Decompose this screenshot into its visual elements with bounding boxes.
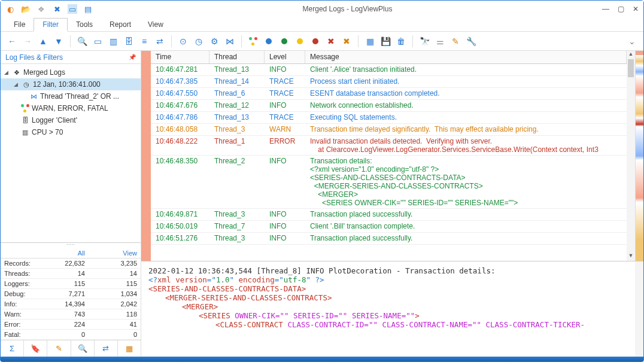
cell-message: Transaction placed successfully.	[305, 233, 627, 244]
stats-all: 14,394	[37, 299, 89, 309]
log-row[interactable]: 10:46:51.276Thread_3INFOTransaction plac…	[151, 233, 627, 245]
level-blue-icon[interactable]	[262, 35, 275, 48]
cell-time: 10:46:47.281	[151, 64, 209, 75]
clock-icon[interactable]: ◷	[192, 35, 205, 48]
log-row[interactable]: 10:46:48.350Thread_2INFOTransaction deta…	[151, 156, 627, 209]
grid-scrollbar[interactable]: ▲ ▼	[627, 51, 635, 261]
cell-thread: Thread_12	[209, 100, 265, 111]
tools-icon[interactable]: ✖	[52, 4, 62, 14]
level-red-icon[interactable]	[309, 35, 322, 48]
text-filter-icon[interactable]: ▭	[91, 35, 104, 48]
edit-icon[interactable]: ✎	[47, 340, 71, 357]
close-button[interactable]: ✕	[633, 5, 639, 13]
tree-level-filter[interactable]: WARN, ERROR, FATAL	[1, 102, 141, 114]
play-icon[interactable]: ⊙	[177, 35, 190, 48]
multi-level-icon[interactable]	[247, 35, 260, 48]
stats-all-header[interactable]: All	[37, 248, 89, 258]
grid-icon[interactable]: ▦	[363, 35, 376, 48]
log-row[interactable]: 10:46:47.676Thread_12INFONetwork connect…	[151, 100, 627, 112]
cell-message: Transaction placed successfully.	[305, 209, 627, 220]
minimap[interactable]	[635, 51, 643, 261]
cell-thread: Thread_2	[209, 156, 265, 166]
detail-xml-el: <MERGER-SERIES-AND-CLASSES-CONTRACTS>	[148, 293, 636, 302]
detail-scrollbar[interactable]	[635, 261, 643, 357]
forward-icon[interactable]: →	[21, 35, 34, 48]
tab-filter[interactable]: Filter	[34, 18, 68, 32]
remove-level-icon[interactable]: ✖	[324, 35, 338, 48]
cell-message: Client '.Alice' transaction initiated.	[305, 64, 627, 75]
detail-xml-el: <CLASS-CONTRACT	[215, 320, 283, 329]
gear-icon[interactable]: ⚙	[208, 35, 221, 48]
stats-view-header[interactable]: View	[89, 248, 141, 258]
log-row[interactable]: 10:46:48.058Thread_3WARNTransaction time…	[151, 124, 627, 136]
overflow-icon[interactable]: ⌄	[625, 35, 639, 48]
zoom-icon[interactable]: 🔍	[71, 340, 95, 357]
tab-tools[interactable]: Tools	[68, 19, 101, 31]
tab-view[interactable]: View	[139, 19, 172, 31]
log-row[interactable]: 10:46:47.281Thread_13INFOClient '.Alice'…	[151, 64, 627, 76]
down-icon[interactable]: ▼	[52, 35, 65, 48]
list-icon[interactable]: ▤	[83, 4, 93, 14]
detail-xml-el: <MERGER>	[148, 302, 636, 311]
wrench-icon[interactable]: 🔧	[464, 35, 478, 48]
tree-label: WARN, ERROR, FATAL	[32, 104, 108, 112]
search-icon[interactable]: 🔍	[75, 35, 89, 48]
mark-icon[interactable]: ✖	[340, 35, 353, 48]
col-level-header[interactable]: Level	[265, 51, 305, 63]
sigma-icon[interactable]: Σ	[1, 340, 24, 357]
swap-icon[interactable]: ⇄	[153, 35, 166, 48]
maximize-button[interactable]: ▢	[618, 5, 624, 13]
cell-thread: Thread_14	[209, 76, 265, 87]
save-icon[interactable]: 💾	[379, 35, 392, 48]
detail-pane[interactable]: 2022-01-12 10:36:43,544 [Thread_8] INFO …	[141, 261, 643, 357]
log-row[interactable]: 10:46:47.550Thread_6TRACEESENT database …	[151, 88, 627, 100]
tree-label: CPU > 70	[32, 128, 63, 136]
db-filter-icon[interactable]: 🗄	[122, 35, 135, 48]
cell-message: Transaction details: <?xml version="1.0"…	[305, 156, 627, 208]
log-row[interactable]: 10:46:47.385Thread_14TRACEProcess start …	[151, 76, 627, 88]
tree-date-filter[interactable]: ◢ ◷ 12 Jan, 10:36:41.000	[1, 78, 141, 90]
up-icon[interactable]: ▲	[37, 35, 50, 48]
cell-message: Executing SQL statements.	[305, 112, 627, 123]
tab-report[interactable]: Report	[101, 19, 139, 31]
tree-cpu-filter[interactable]: ▥ CPU > 70	[1, 126, 141, 138]
log-row[interactable]: 🔖10:46:48.222Thread_1ERRORInvalid transa…	[151, 136, 627, 156]
grid-body[interactable]: 10:46:47.281Thread_13INFOClient '.Alice'…	[151, 64, 627, 261]
layers-icon[interactable]: ❖	[37, 4, 46, 14]
tab-file[interactable]: File	[5, 19, 34, 31]
highlight-icon[interactable]: ▭	[68, 4, 77, 14]
tree-logger-filter[interactable]: 🗄 Logger 'Client'	[1, 114, 141, 126]
back-icon[interactable]: ←	[5, 35, 19, 48]
cell-time: 10:46:51.276	[151, 233, 209, 244]
pencil-icon[interactable]: ✎	[449, 35, 462, 48]
binoculars-icon[interactable]: 🔭	[418, 35, 431, 48]
list-filter-icon[interactable]: ≡	[138, 35, 151, 48]
sliders-icon[interactable]: ⚌	[433, 35, 446, 48]
open-file-icon[interactable]: 📂	[21, 4, 31, 14]
sidebar-splitter[interactable]: ·····	[1, 242, 141, 248]
link-icon[interactable]: ⋈	[223, 35, 236, 48]
cell-level: INFO	[265, 209, 305, 220]
log-row[interactable]: 10:46:49.871Thread_3INFOTransaction plac…	[151, 209, 627, 221]
cell-time: 10:46:47.676	[151, 100, 209, 111]
log-row[interactable]: 10:46:47.786Thread_13TRACEExecuting SQL …	[151, 112, 627, 124]
cell-time: 10:46:48.222	[151, 136, 209, 147]
level-green-icon[interactable]	[278, 35, 291, 48]
level-yellow-icon[interactable]	[293, 35, 306, 48]
bookmark-icon[interactable]: 🔖	[24, 340, 47, 357]
tree-thread-filter[interactable]: ⋈ Thread 'Thread_2' OR ...	[1, 90, 141, 102]
col-time-header[interactable]: Time	[151, 51, 209, 63]
grid-margin	[141, 51, 151, 261]
refresh-icon[interactable]: ⇄	[95, 340, 118, 357]
minimize-button[interactable]: —	[602, 5, 609, 13]
app-logo-icon: ◐	[5, 4, 15, 14]
col-message-header[interactable]: Message	[305, 51, 627, 63]
delete-icon[interactable]: 🗑	[394, 35, 408, 48]
pin-icon[interactable]: 📌	[129, 54, 136, 60]
col-thread-header[interactable]: Thread	[209, 51, 265, 63]
chip-icon[interactable]: ▦	[118, 340, 141, 357]
stats-view: 118	[89, 309, 141, 319]
tree-root[interactable]: ◢ ❖ Merged Logs	[1, 66, 141, 78]
log-row[interactable]: 10:46:50.019Thread_7INFOClient '.Bill' t…	[151, 221, 627, 233]
column-filter-icon[interactable]: ▥	[107, 35, 120, 48]
